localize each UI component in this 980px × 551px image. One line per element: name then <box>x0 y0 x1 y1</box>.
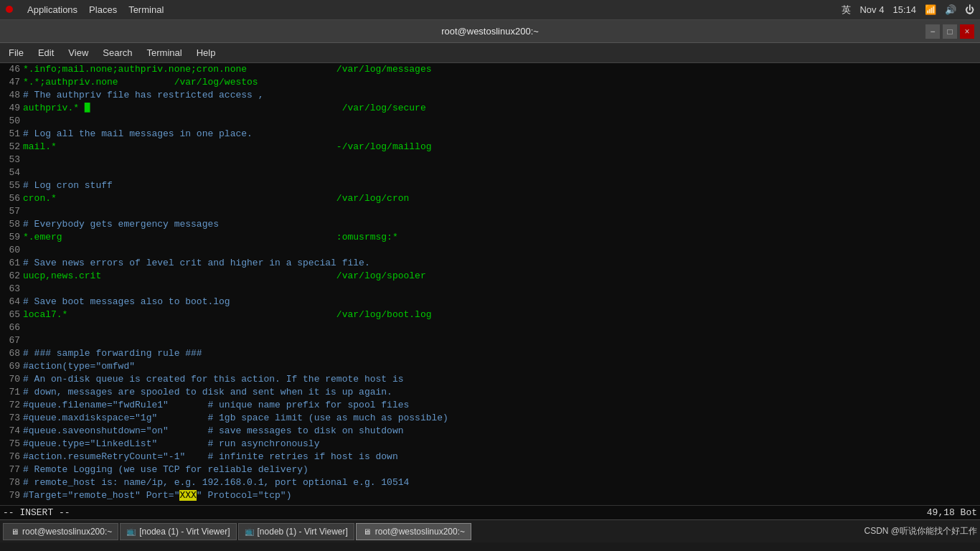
menu-file[interactable]: File <box>3 46 29 60</box>
terminal-line-65: 65local7.* /var/log/boot.log <box>0 309 980 321</box>
menu-terminal[interactable]: Terminal <box>141 46 188 60</box>
line-text: #Target="remote_host" Port="XXX" Protoco… <box>23 489 980 502</box>
line-number: 65 <box>0 309 23 321</box>
line-text: #queue.filename="fwdRule1" # unique name… <box>23 399 980 412</box>
terminal-line-58: 58# Everybody gets emergency messages <box>0 218 980 231</box>
line-number: 72 <box>0 399 23 412</box>
line-number: 76 <box>0 451 23 463</box>
line-text: #action.resumeRetryCount="-1" # infinite… <box>23 451 980 463</box>
line-text: local7.* /var/log/boot.log <box>23 309 980 321</box>
line-number: 78 <box>0 476 23 489</box>
highlight-xxx: XXX <box>179 490 196 501</box>
line-number: 46 <box>0 63 23 76</box>
terminal-line-69: 69#action(type="omfwd" <box>0 360 980 373</box>
line-text: # ### sample forwarding rule ### <box>23 347 980 360</box>
line-text: # The authpriv file has restricted acces… <box>23 89 980 102</box>
window-title: root@westoslinux200:~ <box>441 26 539 37</box>
terminal-line-47: 47*.*;authpriv.none /var/log/westos <box>0 76 980 89</box>
line-text: # down, messages are spooled to disk and… <box>23 386 980 399</box>
line-text: # Save boot messages also to boot.log <box>23 296 980 309</box>
line-text: # Everybody gets emergency messages <box>23 218 980 231</box>
taskbar-label-1: [nodea (1) - Virt Viewer] <box>139 527 230 537</box>
terminal-line-71: 71# down, messages are spooled to disk a… <box>0 386 980 399</box>
line-number: 60 <box>0 244 23 257</box>
menu-view[interactable]: View <box>62 46 94 60</box>
terminal-line-55: 55# Log cron stuff <box>0 179 980 192</box>
date-display: Nov 4 <box>859 4 884 15</box>
terminal-line-72: 72#queue.filename="fwdRule1" # unique na… <box>0 399 980 412</box>
minimize-button[interactable]: − <box>925 24 940 39</box>
taskbar-item-1[interactable]: 📺 [nodea (1) - Virt Viewer] <box>120 523 236 540</box>
line-text: authpriv.* █ /var/log/secure <box>23 102 980 115</box>
line-text: # Save news errors of level crit and hig… <box>23 257 980 270</box>
line-number: 51 <box>0 128 23 141</box>
terminal-line-57: 57 <box>0 205 980 218</box>
menu-places[interactable]: Places <box>89 4 117 15</box>
line-text: uucp,news.crit /var/log/spooler <box>23 270 980 283</box>
menu-search[interactable]: Search <box>97 46 138 60</box>
status-bar: -- INSERT -- 49,18 Bot <box>0 505 980 519</box>
terminal-line-73: 73#queue.maxdiskspace="1g" # 1gb space l… <box>0 412 980 425</box>
terminal-line-78: 78# remote_host is: name/ip, e.g. 192.16… <box>0 476 980 489</box>
maximize-button[interactable]: □ <box>943 24 957 39</box>
system-bar-right: 英 Nov 4 15:14 📶 🔊 ⏻ <box>842 4 974 17</box>
line-number: 58 <box>0 218 23 231</box>
line-number: 59 <box>0 231 23 244</box>
line-text: #action(type="omfwd" <box>23 360 980 373</box>
line-number: 48 <box>0 89 23 102</box>
close-button[interactable]: × <box>960 24 974 39</box>
terminal-line-48: 48# The authpriv file has restricted acc… <box>0 89 980 102</box>
line-number: 77 <box>0 463 23 476</box>
app-indicator <box>6 4 16 15</box>
terminal-content[interactable]: 46*.info;mail.none;authpriv.none;cron.no… <box>0 63 980 505</box>
wifi-icon: 📶 <box>925 4 936 15</box>
app-dot <box>6 6 13 13</box>
terminal-line-46: 46*.info;mail.none;authpriv.none;cron.no… <box>0 63 980 76</box>
terminal-line-67: 67 <box>0 334 980 347</box>
terminal-line-68: 68# ### sample forwarding rule ### <box>0 347 980 360</box>
line-text: *.emerg :omusrmsg:* <box>23 231 980 244</box>
line-number: 49 <box>0 102 23 115</box>
terminal-line-64: 64# Save boot messages also to boot.log <box>0 296 980 309</box>
line-text: #queue.maxdiskspace="1g" # 1gb space lim… <box>23 412 980 425</box>
line-number: 66 <box>0 321 23 334</box>
menu-applications[interactable]: Applications <box>27 4 77 15</box>
line-text: #queue.saveonshutdown="on" # save messag… <box>23 425 980 438</box>
line-number: 62 <box>0 270 23 283</box>
menu-terminal[interactable]: Terminal <box>128 4 164 15</box>
taskbar-item-3[interactable]: 🖥 root@westoslinux200:~ <box>356 523 471 540</box>
terminal-line-76: 76#action.resumeRetryCount="-1" # infini… <box>0 451 980 463</box>
system-bar: Applications Places Terminal 英 Nov 4 15:… <box>0 0 980 20</box>
terminal-line-79: 79#Target="remote_host" Port="XXX" Proto… <box>0 489 980 502</box>
terminal-line-49: 49authpriv.* █ /var/log/secure <box>0 102 980 115</box>
terminal-icon-3: 🖥 <box>362 527 372 537</box>
line-number: 74 <box>0 425 23 438</box>
line-text: #queue.type="LinkedList" # run asynchron… <box>23 438 980 451</box>
terminal-line-66: 66 <box>0 321 980 334</box>
menu-edit[interactable]: Edit <box>32 46 60 60</box>
taskbar-label-2: [nodeb (1) - Virt Viewer] <box>258 527 348 537</box>
window-controls[interactable]: − □ × <box>925 24 974 39</box>
line-text: # remote_host is: name/ip, e.g. 192.168.… <box>23 476 980 489</box>
cursor-position: 49,18 Bot <box>927 507 977 518</box>
menu-help[interactable]: Help <box>191 46 222 60</box>
title-bar: root@westoslinux200:~ − □ × <box>0 20 980 43</box>
terminal-line-59: 59*.emerg :omusrmsg:* <box>0 231 980 244</box>
terminal-line-75: 75#queue.type="LinkedList" # run asynchr… <box>0 438 980 451</box>
line-text: cron.* /var/log/cron <box>23 192 980 205</box>
taskbar-item-0[interactable]: 🖥 root@westoslinux200:~ <box>3 523 118 540</box>
line-text: *.*;authpriv.none /var/log/westos <box>23 76 980 89</box>
taskbar-item-2[interactable]: 📺 [nodeb (1) - Virt Viewer] <box>238 523 354 540</box>
line-text: *.info;mail.none;authpriv.none;cron.none… <box>23 63 980 76</box>
line-number: 73 <box>0 412 23 425</box>
line-number: 68 <box>0 347 23 360</box>
terminal-line-56: 56cron.* /var/log/cron <box>0 192 980 205</box>
line-number: 79 <box>0 489 23 502</box>
terminal-line-63: 63 <box>0 283 980 296</box>
line-number: 50 <box>0 115 23 128</box>
vim-mode: -- INSERT -- <box>3 507 70 518</box>
system-bar-left: Applications Places Terminal <box>6 4 164 15</box>
terminal-line-53: 53 <box>0 154 980 166</box>
terminal-line-77: 77# Remote Logging (we use TCP for relia… <box>0 463 980 476</box>
line-number: 64 <box>0 296 23 309</box>
